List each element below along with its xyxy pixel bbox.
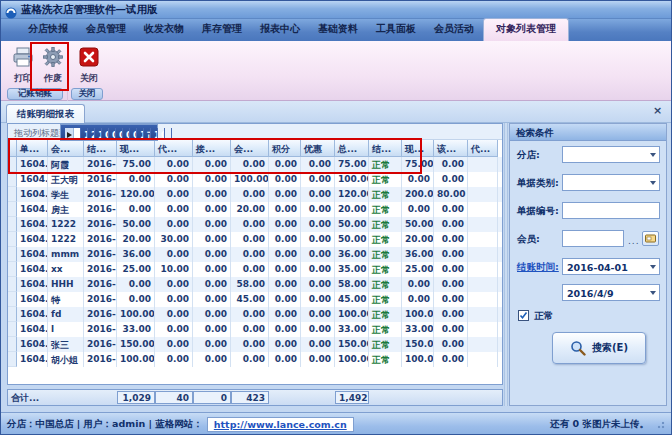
normal-checkbox[interactable] bbox=[518, 310, 529, 321]
cell: 58.00 bbox=[335, 277, 369, 292]
row-selector[interactable] bbox=[8, 322, 17, 337]
row-selector[interactable] bbox=[8, 202, 17, 217]
table-row[interactable]: 1604...特2016-...0.000.000.0045.000.000.0… bbox=[8, 292, 502, 307]
column-header-4[interactable]: 现... bbox=[117, 140, 155, 157]
row-selector[interactable] bbox=[8, 187, 17, 202]
table-row[interactable]: 1604...12222016-...20.0030.000.000.000.0… bbox=[8, 232, 502, 247]
row-selector[interactable] bbox=[8, 292, 17, 307]
cell: 0.00 bbox=[301, 232, 335, 247]
row-selector[interactable] bbox=[8, 337, 17, 352]
menu-item-6[interactable]: 基础资料 bbox=[309, 18, 367, 41]
print-button[interactable]: 打印 bbox=[7, 45, 39, 89]
row-selector[interactable] bbox=[8, 352, 17, 367]
table-row[interactable]: 1604...阿霞2016-...75.000.000.000.000.000.… bbox=[8, 157, 502, 172]
app-window: 蓝格洗衣店管理软件—试用版 分店快报会员管理收发衣物库存管理报表中心基础资料工具… bbox=[0, 0, 672, 435]
close-button[interactable]: 关闭 bbox=[73, 45, 105, 89]
column-header-2[interactable]: 会... bbox=[48, 140, 84, 157]
row-selector[interactable] bbox=[8, 217, 17, 232]
chevron-down-icon bbox=[650, 265, 656, 269]
cell: 75.00 bbox=[117, 157, 155, 172]
table-row[interactable]: 1604...学生2016-...120.000.000.000.000.000… bbox=[8, 187, 502, 202]
cell: 1604... bbox=[17, 277, 48, 292]
panel-splitter[interactable] bbox=[504, 123, 508, 406]
cell: 正常 bbox=[369, 247, 402, 262]
doc-type-select[interactable] bbox=[562, 174, 660, 191]
column-header-1[interactable]: 单... bbox=[17, 140, 48, 157]
row-selector[interactable] bbox=[8, 277, 17, 292]
cell: 2016-... bbox=[84, 277, 117, 292]
member-lookup-button[interactable] bbox=[642, 231, 659, 246]
row-selector[interactable] bbox=[8, 247, 17, 262]
menu-item-1[interactable]: 分店快报 bbox=[19, 18, 77, 41]
website-link[interactable]: http://www.lance.com.cn bbox=[207, 417, 354, 432]
tab-settlement-detail-report[interactable]: 结账明细报表 bbox=[6, 104, 85, 123]
date-from-value: 2016-04-01 bbox=[567, 262, 628, 273]
cell: 王大明 bbox=[48, 172, 84, 187]
menu-item-2[interactable]: 会员管理 bbox=[77, 18, 135, 41]
row-selector[interactable] bbox=[8, 262, 17, 277]
table-row[interactable]: 1604...HHH2016-...0.000.000.0058.000.000… bbox=[8, 277, 502, 292]
column-header-9[interactable]: 优惠 bbox=[301, 140, 335, 157]
table-row[interactable]: 1604...1232016-...100.000.000.000.000.00… bbox=[60, 124, 158, 141]
table-row[interactable]: 1604...xx2016-...25.0010.000.000.000.000… bbox=[8, 262, 502, 277]
cell: 0.00 bbox=[269, 157, 301, 172]
table-row[interactable]: 1604...胡小姐2016-...100.000.000.000.000.00… bbox=[8, 352, 502, 367]
table-row[interactable]: 1604...l2016-...33.000.000.000.000.000.0… bbox=[8, 322, 502, 337]
table-row[interactable]: 1604...张三2016-...150.000.000.000.000.000… bbox=[8, 337, 502, 352]
search-button-label: 搜索(E) bbox=[592, 341, 628, 355]
tab-object-list-management[interactable]: 对象列表管理 bbox=[483, 18, 569, 41]
settle-date-label[interactable]: 结账时间: bbox=[517, 261, 559, 274]
print-button-label: 打印 bbox=[14, 72, 32, 85]
column-header-13[interactable]: 该... bbox=[434, 140, 468, 157]
date-from-select[interactable]: 2016-04-01 bbox=[562, 258, 660, 275]
total-value: 0 bbox=[193, 391, 231, 404]
row-selector[interactable] bbox=[8, 172, 17, 187]
cell: 120.00 bbox=[117, 187, 155, 202]
row-selector[interactable] bbox=[8, 232, 17, 247]
cell: 0.00 bbox=[231, 247, 269, 262]
toolbar-group-bookkeeping: 记账销账 bbox=[7, 88, 63, 100]
cell: 0.00 bbox=[193, 247, 231, 262]
cell: 0.00 bbox=[269, 277, 301, 292]
table-row[interactable]: 1604...12222016-...50.000.000.000.000.00… bbox=[8, 217, 502, 232]
doc-no-input[interactable] bbox=[562, 202, 660, 219]
table-row[interactable]: 1604...mmm2016-...36.000.000.000.000.000… bbox=[8, 247, 502, 262]
resize-grip[interactable] bbox=[655, 419, 665, 429]
row-selector[interactable] bbox=[8, 307, 17, 322]
menu-item-8[interactable]: 会员活动 bbox=[425, 18, 483, 41]
date-to-select[interactable]: 2016/4/9 bbox=[562, 284, 660, 301]
cell: 100.00 bbox=[402, 307, 434, 322]
table-row[interactable]: 1604...王大明2016-...0.000.000.00100.000.00… bbox=[8, 172, 502, 187]
cell: 0.00 bbox=[102, 128, 109, 141]
column-header-12[interactable]: 现... bbox=[402, 140, 434, 157]
store-select[interactable] bbox=[562, 146, 660, 163]
table-row[interactable]: 1604...房主2016-...0.000.000.0020.000.000.… bbox=[8, 202, 502, 217]
cell: 0.00 bbox=[269, 352, 301, 367]
member-input[interactable] bbox=[562, 230, 624, 247]
void-button[interactable]: 作废 bbox=[37, 45, 69, 89]
column-header-11[interactable]: 结... bbox=[369, 140, 402, 157]
menu-item-4[interactable]: 库存管理 bbox=[193, 18, 251, 41]
row-selector[interactable] bbox=[65, 128, 74, 141]
menu-item-7[interactable]: 工具面板 bbox=[367, 18, 425, 41]
store-label: 分店: bbox=[517, 149, 540, 162]
column-header-14[interactable]: 代... bbox=[468, 140, 498, 157]
cell: 0.00 bbox=[269, 172, 301, 187]
column-header-8[interactable]: 积分 bbox=[269, 140, 301, 157]
column-header-6[interactable]: 接... bbox=[193, 140, 231, 157]
menu-item-5[interactable]: 报表中心 bbox=[251, 18, 309, 41]
search-button[interactable]: 搜索(E) bbox=[552, 332, 646, 364]
cell: 0.00 bbox=[434, 172, 468, 187]
column-header-3[interactable]: 结... bbox=[84, 140, 117, 157]
table-row[interactable]: 1604...fd2016-...100.000.000.000.000.000… bbox=[8, 307, 502, 322]
cell: 0.00 bbox=[193, 172, 231, 187]
column-header-7[interactable]: 会... bbox=[231, 140, 269, 157]
row-selector[interactable] bbox=[8, 157, 17, 172]
cell bbox=[468, 202, 498, 217]
column-header-5[interactable]: 代... bbox=[155, 140, 193, 157]
column-header-10[interactable]: 总... bbox=[335, 140, 369, 157]
panel-close-icon[interactable]: × bbox=[651, 105, 664, 118]
cell: 阿霞 bbox=[48, 157, 84, 172]
menu-item-3[interactable]: 收发衣物 bbox=[135, 18, 193, 41]
total-empty bbox=[402, 390, 434, 405]
